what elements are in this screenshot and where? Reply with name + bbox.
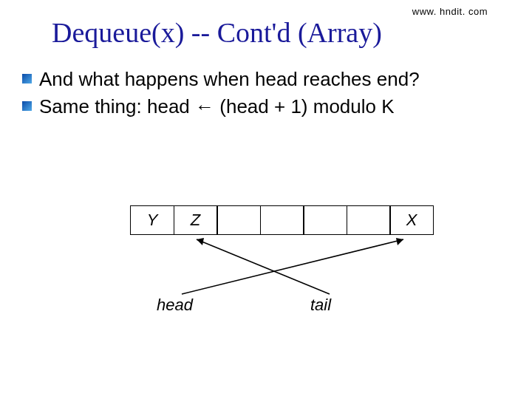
bullet-text: Same thing: head ← (head + 1) modulo K (39, 95, 395, 118)
tail-label: tail (310, 296, 331, 315)
bullet-icon (22, 101, 32, 111)
array-cell (303, 205, 347, 235)
site-url: www. hndit. com (412, 6, 488, 17)
bullet-text: And what happens when head reaches end? (39, 68, 420, 91)
svg-marker-3 (197, 238, 204, 245)
slide-title: Dequeue(x) -- Cont'd (Array) (52, 16, 382, 49)
array-cell: Z (174, 205, 218, 235)
svg-marker-1 (396, 238, 403, 245)
svg-line-0 (182, 239, 403, 294)
array-row: Y Z X (130, 205, 434, 235)
bullet-list: And what happens when head reaches end? … (22, 68, 529, 123)
pointer-arrows (130, 235, 430, 296)
bullet-icon (22, 74, 32, 83)
bullet-item: Same thing: head ← (head + 1) modulo K (22, 95, 529, 118)
array-cell (260, 205, 304, 235)
head-label: head (157, 296, 193, 315)
array-cell (216, 205, 261, 235)
bullet-item: And what happens when head reaches end? (22, 68, 529, 91)
array-cell: X (389, 205, 434, 235)
array-cell (347, 205, 391, 235)
array-cell: Y (130, 205, 174, 235)
